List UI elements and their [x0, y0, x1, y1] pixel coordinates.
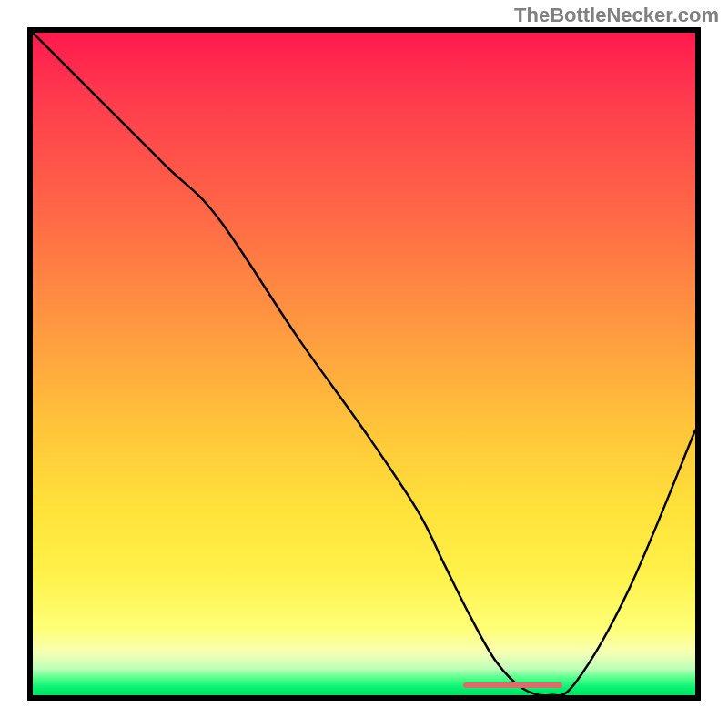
optimal-range-marker: [463, 682, 562, 688]
chart-container: TheBottleNecker.com: [0, 0, 728, 728]
bottleneck-curve: [33, 33, 695, 695]
watermark-text: TheBottleNecker.com: [514, 4, 719, 27]
plot-area: [27, 27, 701, 701]
